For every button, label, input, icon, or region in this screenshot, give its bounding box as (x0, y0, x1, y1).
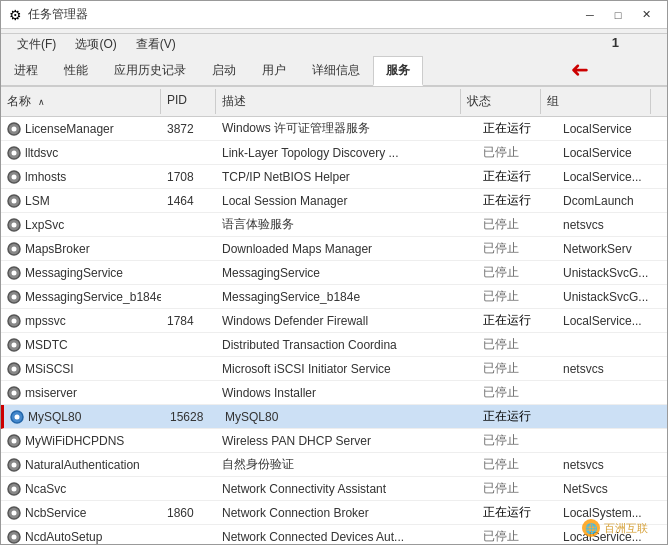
td-name: MySQL80 (4, 405, 164, 428)
td-name: MyWiFiDHCPDNS (1, 429, 161, 452)
menu-options[interactable]: 选项(O) (67, 35, 124, 53)
svg-point-15 (12, 294, 17, 299)
tab-app-history[interactable]: 应用历史记录 (101, 56, 199, 86)
tab-users[interactable]: 用户 (249, 56, 299, 86)
watermark-text: 百洲互联 (604, 521, 648, 536)
td-desc: Windows Defender Firewall (216, 309, 477, 332)
table-row[interactable]: lltdsvcLink-Layer Topology Discovery ...… (1, 141, 667, 165)
tab-startup[interactable]: 启动 (199, 56, 249, 86)
table-row[interactable]: lmhosts1708TCP/IP NetBIOS Helper正在运行Loca… (1, 165, 667, 189)
svg-point-7 (12, 198, 17, 203)
td-desc: Network Connected Devices Aut... (216, 525, 477, 544)
menu-view[interactable]: 查看(V) (128, 35, 184, 53)
td-desc: Microsoft iSCSI Initiator Service (216, 357, 477, 380)
td-name: MapsBroker (1, 237, 161, 260)
tab-processes[interactable]: 进程 (1, 56, 51, 86)
table-row[interactable]: MapsBrokerDownloaded Maps Manager已停止Netw… (1, 237, 667, 261)
table-row[interactable]: MessagingService_b184eMessagingService_b… (1, 285, 667, 309)
svg-point-9 (12, 222, 17, 227)
table-row[interactable]: MessagingServiceMessagingService已停止Unist… (1, 261, 667, 285)
service-icon (7, 122, 21, 136)
title-bar-left: ⚙ 任务管理器 (9, 6, 88, 23)
th-group[interactable]: 组 (541, 89, 651, 114)
service-name-text: NcbService (25, 506, 86, 520)
service-icon (7, 338, 21, 352)
td-desc: Downloaded Maps Manager (216, 237, 477, 260)
table-row[interactable]: LxpSvc语言体验服务已停止netsvcs (1, 213, 667, 237)
close-button[interactable]: ✕ (633, 5, 659, 25)
td-desc: MySQL80 (219, 405, 477, 428)
table-row[interactable]: MSiSCSIMicrosoft iSCSI Initiator Service… (1, 357, 667, 381)
service-name-text: NcdAutoSetup (25, 530, 102, 544)
service-icon (7, 506, 21, 520)
td-group: LocalService... (557, 165, 667, 188)
service-icon (7, 146, 21, 160)
table-row[interactable]: MyWiFiDHCPDNSWireless PAN DHCP Server已停止 (1, 429, 667, 453)
td-status: 正在运行 (477, 405, 557, 428)
td-group: NetSvcs (557, 477, 667, 500)
th-pid[interactable]: PID (161, 89, 216, 114)
td-status: 已停止 (477, 453, 557, 476)
maximize-button[interactable]: □ (605, 5, 631, 25)
tab-services[interactable]: 服务 (373, 56, 423, 86)
table-row[interactable]: LSM1464Local Session Manager正在运行DcomLaun… (1, 189, 667, 213)
td-status: 正在运行 (477, 501, 557, 524)
td-desc: Link-Layer Topology Discovery ... (216, 141, 477, 164)
svg-point-13 (12, 270, 17, 275)
td-status: 已停止 (477, 141, 557, 164)
table-row[interactable]: msiserverWindows Installer已停止 (1, 381, 667, 405)
td-name: NcdAutoSetup (1, 525, 161, 544)
th-status[interactable]: 状态 (461, 89, 541, 114)
td-group: UnistackSvcG... (557, 261, 667, 284)
svg-point-25 (15, 414, 20, 419)
service-icon (7, 314, 21, 328)
menu-file[interactable]: 文件(F) (9, 35, 64, 53)
th-name[interactable]: 名称 ∧ (1, 89, 161, 114)
service-icon (7, 434, 21, 448)
minimize-button[interactable]: ─ (577, 5, 603, 25)
tab-performance[interactable]: 性能 (51, 56, 101, 86)
td-pid (161, 381, 216, 404)
svg-point-31 (12, 486, 17, 491)
tab-details[interactable]: 详细信息 (299, 56, 373, 86)
td-desc: Windows Installer (216, 381, 477, 404)
td-status: 正在运行 (477, 165, 557, 188)
service-name-text: NaturalAuthentication (25, 458, 140, 472)
table-row[interactable]: NcaSvcNetwork Connectivity Assistant已停止N… (1, 477, 667, 501)
td-name: NcbService (1, 501, 161, 524)
watermark: 🌐 百洲互联 (582, 519, 648, 537)
service-icon (7, 530, 21, 544)
table-row[interactable]: LicenseManager3872Windows 许可证管理器服务正在运行Lo… (1, 117, 667, 141)
service-name-text: MessagingService_b184e (25, 290, 161, 304)
service-name-text: mpssvc (25, 314, 66, 328)
table-row[interactable]: mpssvc1784Windows Defender Firewall正在运行L… (1, 309, 667, 333)
service-name-text: MyWiFiDHCPDNS (25, 434, 124, 448)
td-group: NetworkServ (557, 237, 667, 260)
td-pid (161, 477, 216, 500)
table-row[interactable]: MySQL8015628MySQL80正在运行 (1, 405, 667, 429)
td-status: 已停止 (477, 333, 557, 356)
service-name-text: lmhosts (25, 170, 66, 184)
td-status: 正在运行 (477, 189, 557, 212)
td-group: UnistackSvcG... (557, 285, 667, 308)
td-desc: Distributed Transaction Coordina (216, 333, 477, 356)
td-pid: 1708 (161, 165, 216, 188)
table-body[interactable]: LicenseManager3872Windows 许可证管理器服务正在运行Lo… (1, 117, 667, 544)
service-icon (7, 170, 21, 184)
td-status: 已停止 (477, 285, 557, 308)
table-row[interactable]: NcbService1860Network Connection Broker正… (1, 501, 667, 525)
table-row[interactable]: NcdAutoSetupNetwork Connected Devices Au… (1, 525, 667, 544)
th-desc[interactable]: 描述 (216, 89, 461, 114)
td-pid (161, 285, 216, 308)
service-name-text: msiserver (25, 386, 77, 400)
service-name-text: lltdsvc (25, 146, 58, 160)
td-name: LSM (1, 189, 161, 212)
td-name: lltdsvc (1, 141, 161, 164)
table-row[interactable]: NaturalAuthentication自然身份验证已停止netsvcs (1, 453, 667, 477)
td-pid (161, 453, 216, 476)
td-pid: 15628 (164, 405, 219, 428)
table-row[interactable]: MSDTCDistributed Transaction Coordina已停止 (1, 333, 667, 357)
td-pid (161, 357, 216, 380)
service-name-text: MySQL80 (28, 410, 81, 424)
td-pid (161, 237, 216, 260)
